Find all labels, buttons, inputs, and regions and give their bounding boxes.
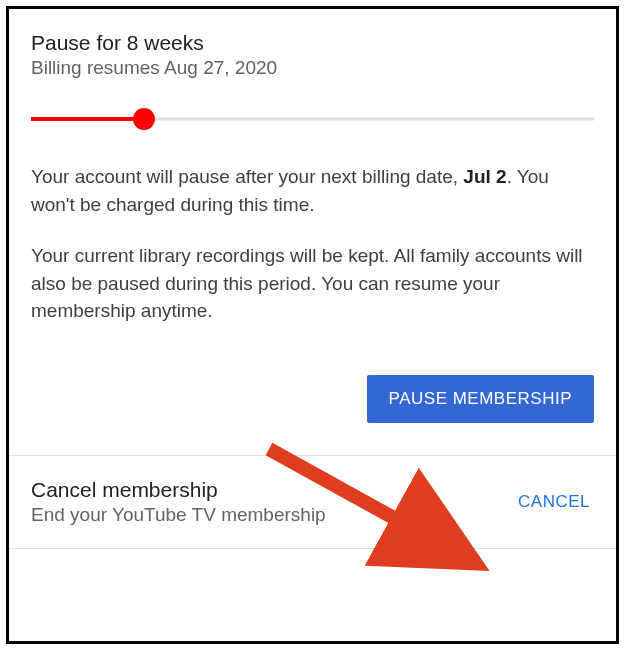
slider-thumb[interactable] [133,108,155,130]
pause-body-text-1: Your account will pause after your next … [31,163,594,218]
pause-button-row: PAUSE MEMBERSHIP [9,369,616,455]
pause-body-text-2: Your current library recordings will be … [31,242,594,325]
cancel-button[interactable]: CANCEL [518,492,594,512]
pause-title: Pause for 8 weeks [31,31,594,55]
slider-track-fill [31,117,144,121]
cancel-membership-section: Cancel membership End your YouTube TV me… [9,456,616,549]
pause-body-date: Jul 2 [463,166,506,187]
pause-membership-button[interactable]: PAUSE MEMBERSHIP [367,375,594,423]
pause-membership-section: Pause for 8 weeks Billing resumes Aug 27… [9,9,616,369]
pause-subtitle: Billing resumes Aug 27, 2020 [31,57,594,79]
cancel-subtitle: End your YouTube TV membership [31,504,326,526]
cancel-title: Cancel membership [31,478,326,502]
pause-duration-slider[interactable] [31,107,594,131]
pause-body-pre: Your account will pause after your next … [31,166,463,187]
